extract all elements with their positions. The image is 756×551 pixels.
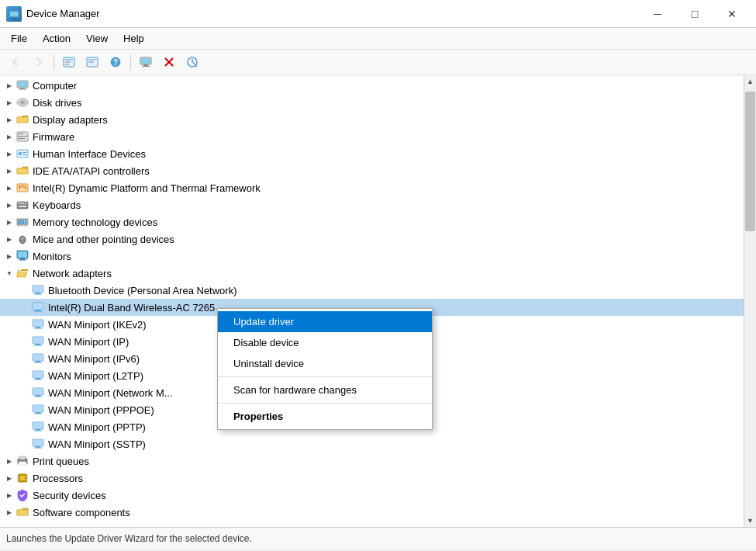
delete-button[interactable] [158, 52, 180, 72]
svg-rect-88 [36, 412, 40, 414]
tree-expand-firmware[interactable]: ▶ [3, 130, 16, 143]
svg-rect-41 [25, 203, 26, 204]
menu-action[interactable]: Action [35, 29, 78, 47]
tree-expand-processors[interactable]: ▶ [3, 472, 16, 484]
tree-icon-human-interface [16, 147, 29, 160]
svg-rect-93 [34, 431, 42, 431]
svg-rect-49 [22, 225, 22, 227]
tree-expand-security-devices[interactable]: ▶ [3, 489, 16, 501]
tree-item-mice[interactable]: ▶Mice and other pointing devices [0, 230, 744, 248]
tree-label-wan-ip: WAN Miniport (IP) [48, 336, 129, 348]
scroll-thumb[interactable] [745, 92, 755, 231]
tree-item-print-queues[interactable]: ▶Print queues [0, 452, 744, 470]
svg-rect-63 [33, 303, 43, 309]
tree-expand-human-interface[interactable]: ▶ [3, 147, 16, 160]
svg-rect-92 [36, 429, 40, 431]
svg-rect-71 [33, 338, 43, 343]
tree-item-computer[interactable]: ▶Computer [0, 77, 744, 94]
tree-expand-network-adapters[interactable]: ▼ [3, 267, 16, 279]
svg-rect-64 [36, 310, 40, 311]
tree-icon-wan-sstp [31, 438, 45, 450]
menu-view[interactable]: View [78, 29, 116, 47]
svg-rect-100 [19, 462, 26, 465]
tree-item-security-devices[interactable]: ▶Security devices [0, 487, 744, 504]
svg-rect-39 [20, 203, 22, 204]
tree-icon-firmware [16, 130, 29, 143]
tree-item-firmware[interactable]: ▶Firmware [0, 128, 744, 145]
main-content: ▶Computer▶Disk drives▶Display adapters▶F… [0, 75, 756, 527]
tree-label-wan-l2tp: WAN Miniport (L2TP) [48, 370, 143, 382]
tree-expand-keyboards[interactable]: ▶ [3, 199, 16, 211]
context-menu-item-uninstall-device[interactable]: Uninstall device [218, 353, 432, 374]
tree-label-keyboards: Keyboards [33, 199, 81, 211]
tree-item-disk-drives[interactable]: ▶Disk drives [0, 94, 744, 111]
title-bar: Device Manager ─ □ ✕ [0, 0, 756, 28]
tree-expand-print-queues[interactable]: ▶ [3, 455, 16, 467]
context-menu-item-disable-device[interactable]: Disable device [218, 332, 432, 353]
tree-label-wan-network: WAN Miniport (Network M... [48, 387, 173, 399]
tree-item-wan-sstp[interactable]: WAN Miniport (SSTP) [0, 435, 744, 452]
status-text: Launches the Update Driver Wizard for th… [6, 533, 252, 544]
tree-icon-disk-drives [16, 96, 29, 109]
maximize-button[interactable]: □ [677, 3, 713, 25]
tree-item-ide-controllers[interactable]: ▶IDE ATA/ATAPI controllers [0, 162, 744, 179]
device-tree[interactable]: ▶Computer▶Disk drives▶Display adapters▶F… [0, 75, 744, 527]
tree-expand-mice[interactable]: ▶ [3, 233, 16, 245]
menu-help[interactable]: Help [116, 29, 152, 47]
context-menu-separator [218, 403, 432, 404]
tree-item-processors[interactable]: ▶Processors [0, 470, 744, 487]
context-menu-item-properties[interactable]: Properties [218, 406, 432, 427]
scroll-up[interactable]: ▲ [744, 75, 756, 88]
scroll-down[interactable]: ▼ [744, 515, 756, 527]
menu-file[interactable]: File [3, 29, 35, 47]
tree-expand-computer[interactable]: ▶ [3, 79, 16, 92]
properties-button[interactable] [58, 52, 80, 72]
tree-expand-ide-controllers[interactable]: ▶ [3, 165, 16, 177]
tree-label-monitors: Monitors [33, 251, 71, 262]
computer-view-button[interactable] [135, 52, 157, 72]
show-hidden-button[interactable] [81, 52, 103, 72]
svg-point-101 [25, 459, 26, 461]
tree-expand-monitors[interactable]: ▶ [3, 250, 16, 262]
tree-expand-memory[interactable]: ▶ [3, 216, 16, 228]
tree-icon-wan-l2tp [31, 369, 45, 382]
svg-rect-29 [18, 136, 27, 137]
help-button[interactable]: ? [105, 52, 126, 72]
svg-rect-84 [36, 395, 40, 397]
svg-rect-42 [19, 206, 26, 207]
context-menu-item-update-driver[interactable]: Update driver [218, 311, 432, 332]
forward-button[interactable] [28, 52, 50, 72]
tree-expand-software-components[interactable]: ▶ [3, 506, 16, 518]
context-menu-item-scan-changes[interactable]: Scan for hardware changes [218, 379, 432, 400]
tree-label-disk-drives: Disk drives [33, 97, 82, 109]
tree-item-bluetooth[interactable]: Bluetooth Device (Personal Area Network) [0, 282, 744, 299]
tree-label-wan-pppoe: WAN Miniport (PPPOE) [48, 404, 154, 416]
tree-expand-display-adapters[interactable]: ▶ [3, 113, 16, 126]
tree-expand-disk-drives[interactable]: ▶ [3, 96, 16, 109]
back-button[interactable] [5, 52, 26, 72]
svg-text:?: ? [113, 58, 118, 67]
tree-item-monitors[interactable]: ▶Monitors [0, 248, 744, 265]
tree-item-keyboards[interactable]: ▶Keyboards [0, 196, 744, 213]
minimize-button[interactable]: ─ [640, 3, 675, 25]
tree-item-memory[interactable]: ▶Memory technology devices [0, 213, 744, 230]
toolbar-sep-1 [54, 54, 54, 70]
tree-expand-intel-thermal[interactable]: ▶ [3, 182, 16, 194]
svg-rect-67 [33, 321, 43, 326]
tree-item-human-interface[interactable]: ▶Human Interface Devices [0, 145, 744, 162]
svg-rect-87 [33, 406, 43, 411]
svg-rect-33 [22, 152, 26, 153]
tree-item-display-adapters[interactable]: ▶Display adapters [0, 111, 744, 128]
toolbar: ? [0, 50, 756, 75]
svg-rect-35 [17, 168, 28, 174]
tree-item-intel-thermal[interactable]: ▶Intel(R) Dynamic Platform and Thermal F… [0, 179, 744, 196]
scrollbar[interactable]: ▲ ▼ [744, 75, 756, 527]
tree-item-software-components[interactable]: ▶Software components [0, 504, 744, 521]
close-button[interactable]: ✕ [714, 3, 750, 25]
tree-icon-wan-pptp [31, 421, 45, 433]
scroll-track[interactable] [744, 88, 756, 515]
tree-item-network-adapters[interactable]: ▼Network adapters [0, 265, 744, 282]
tree-icon-network-adapters [16, 267, 29, 279]
tree-label-wan-sstp: WAN Miniport (SSTP) [48, 438, 146, 450]
scan-button[interactable] [181, 52, 203, 72]
